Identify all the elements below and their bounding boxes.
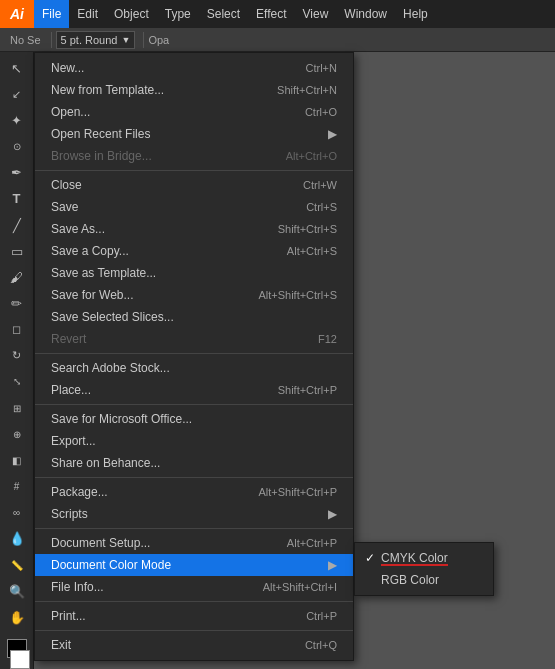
tools-panel: ↖ ↙ ✦ ⊙ ✒ T ╱ ▭ 🖌 ✏ ◻ ↻ ⤡ ⊞ ⊕ ◧ # ∞ 💧 📏 … (0, 52, 34, 669)
type-tool-icon[interactable]: T (4, 187, 30, 211)
free-transform-icon[interactable]: ⊞ (4, 396, 30, 420)
file-menu-dropdown: New... Ctrl+N New from Template... Shift… (34, 52, 354, 661)
brush-dropdown-arrow: ▼ (121, 35, 130, 45)
gradient-tool-icon[interactable]: ◧ (4, 448, 30, 472)
menu-select[interactable]: Select (199, 0, 248, 28)
menu-effect[interactable]: Effect (248, 0, 294, 28)
menu-print[interactable]: Print... Ctrl+P (35, 605, 353, 627)
menu-window[interactable]: Window (336, 0, 395, 28)
separator-4 (35, 477, 353, 478)
hand-tool-icon[interactable]: ✋ (4, 605, 30, 629)
menu-package[interactable]: Package... Alt+Shift+Ctrl+P (35, 481, 353, 503)
pen-tool-icon[interactable]: ✒ (4, 161, 30, 185)
shape-builder-icon[interactable]: ⊕ (4, 422, 30, 446)
eraser-tool-icon[interactable]: ◻ (4, 318, 30, 342)
title-bar: Ai File Edit Object Type Select Effect V… (0, 0, 555, 28)
menu-save-as[interactable]: Save As... Shift+Ctrl+S (35, 218, 353, 240)
lasso-tool-icon[interactable]: ⊙ (4, 134, 30, 158)
menu-help[interactable]: Help (395, 0, 436, 28)
menu-save-copy[interactable]: Save a Copy... Alt+Ctrl+S (35, 240, 353, 262)
zoom-tool-icon[interactable]: 🔍 (4, 579, 30, 603)
rectangle-tool-icon[interactable]: ▭ (4, 239, 30, 263)
color-mode-submenu: ✓ CMYK Color RGB Color (354, 542, 494, 596)
menu-save[interactable]: Save Ctrl+S (35, 196, 353, 218)
line-tool-icon[interactable]: ╱ (4, 213, 30, 237)
main-area: ↖ ↙ ✦ ⊙ ✒ T ╱ ▭ 🖌 ✏ ◻ ↻ ⤡ ⊞ ⊕ ◧ # ∞ 💧 📏 … (0, 52, 555, 669)
selection-tool-icon[interactable]: ↖ (4, 56, 30, 80)
menu-share-behance[interactable]: Share on Behance... (35, 452, 353, 474)
menu-bridge: Browse in Bridge... Alt+Ctrl+O (35, 145, 353, 167)
tool-label: No Se (4, 34, 47, 46)
menu-search-stock[interactable]: Search Adobe Stock... (35, 357, 353, 379)
menu-scripts[interactable]: Scripts ▶ (35, 503, 353, 525)
menu-object[interactable]: Object (106, 0, 157, 28)
menu-open[interactable]: Open... Ctrl+O (35, 101, 353, 123)
direct-select-tool-icon[interactable]: ↙ (4, 82, 30, 106)
menu-bar: File Edit Object Type Select Effect View… (34, 0, 555, 28)
menu-exit[interactable]: Exit Ctrl+Q (35, 634, 353, 656)
menu-edit[interactable]: Edit (69, 0, 106, 28)
cmyk-checkmark: ✓ (365, 551, 381, 565)
opacity-label: Opa (148, 34, 169, 46)
menu-new[interactable]: New... Ctrl+N (35, 57, 353, 79)
separator-2 (35, 353, 353, 354)
separator (51, 32, 52, 48)
menu-file-info[interactable]: File Info... Alt+Shift+Ctrl+I (35, 576, 353, 598)
separator2 (143, 32, 144, 48)
menu-open-recent[interactable]: Open Recent Files ▶ (35, 123, 353, 145)
rotate-tool-icon[interactable]: ↻ (4, 344, 30, 368)
menu-save-slices[interactable]: Save Selected Slices... (35, 306, 353, 328)
menu-document-color-mode[interactable]: Document Color Mode ▶ (35, 554, 353, 576)
mesh-tool-icon[interactable]: # (4, 475, 30, 499)
cmyk-label: CMYK Color (381, 551, 448, 565)
menu-export[interactable]: Export... (35, 430, 353, 452)
menu-new-template[interactable]: New from Template... Shift+Ctrl+N (35, 79, 353, 101)
separator-6 (35, 601, 353, 602)
background-color-swatch[interactable] (10, 650, 30, 669)
scale-tool-icon[interactable]: ⤡ (4, 370, 30, 394)
brush-selector[interactable]: 5 pt. Round ▼ (56, 31, 136, 49)
rgb-label: RGB Color (381, 573, 483, 587)
paintbrush-tool-icon[interactable]: 🖌 (4, 265, 30, 289)
menu-place[interactable]: Place... Shift+Ctrl+P (35, 379, 353, 401)
submenu-rgb-color[interactable]: RGB Color (355, 569, 493, 591)
eyedropper-tool-icon[interactable]: 💧 (4, 527, 30, 551)
separator-7 (35, 630, 353, 631)
separator-3 (35, 404, 353, 405)
menu-revert: Revert F12 (35, 328, 353, 350)
measure-tool-icon[interactable]: 📏 (4, 553, 30, 577)
pencil-tool-icon[interactable]: ✏ (4, 291, 30, 315)
menu-document-setup[interactable]: Document Setup... Alt+Ctrl+P (35, 532, 353, 554)
menu-type[interactable]: Type (157, 0, 199, 28)
separator-5 (35, 528, 353, 529)
menu-save-template[interactable]: Save as Template... (35, 262, 353, 284)
magic-wand-tool-icon[interactable]: ✦ (4, 108, 30, 132)
canvas-area: New... Ctrl+N New from Template... Shift… (34, 52, 555, 669)
menu-view[interactable]: View (295, 0, 337, 28)
app-logo: Ai (0, 0, 34, 28)
menu-close[interactable]: Close Ctrl+W (35, 174, 353, 196)
submenu-cmyk-color[interactable]: ✓ CMYK Color (355, 547, 493, 569)
blend-tool-icon[interactable]: ∞ (4, 501, 30, 525)
options-bar: No Se 5 pt. Round ▼ Opa (0, 28, 555, 52)
menu-save-office[interactable]: Save for Microsoft Office... (35, 408, 353, 430)
menu-save-web[interactable]: Save for Web... Alt+Shift+Ctrl+S (35, 284, 353, 306)
menu-file[interactable]: File (34, 0, 69, 28)
separator-1 (35, 170, 353, 171)
